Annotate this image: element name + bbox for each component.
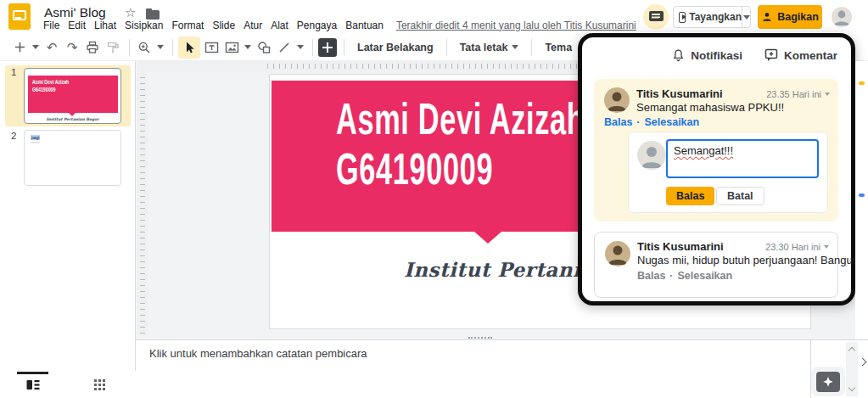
- present-button[interactable]: Tayangkan: [673, 6, 751, 28]
- menu-item-help[interactable]: Bantuan: [341, 20, 388, 31]
- menu-item-edit[interactable]: Edit: [64, 20, 90, 31]
- expand-panel-icon[interactable]: [859, 358, 867, 367]
- background-label: Latar Belakang: [357, 42, 434, 53]
- resolve-link[interactable]: Selesaikan: [645, 116, 700, 128]
- comment-timestamp[interactable]: 23.35 Hari ini: [766, 89, 830, 99]
- reply-link[interactable]: Balas: [604, 116, 632, 128]
- menu-item-addons[interactable]: Pengaya: [293, 20, 341, 31]
- cursor-icon: [182, 41, 196, 54]
- grid-view-button[interactable]: [92, 378, 107, 391]
- comment-author: Titis Kusumarini: [636, 87, 723, 100]
- comment-time-label: 23.30 Hari ini: [765, 242, 820, 252]
- divider: [129, 39, 130, 56]
- menu-item-tools[interactable]: Alat: [266, 20, 293, 31]
- explore-button[interactable]: [816, 372, 840, 392]
- comment-icon: [649, 11, 664, 21]
- google-slides-app: Asmi' Blog ☆ File Edit Lihat Sisipkan Fo…: [0, 0, 868, 398]
- reply-draft-text: Semangat!!!: [674, 144, 733, 157]
- undo-icon: ↶: [47, 41, 58, 54]
- comment-card[interactable]: Titis Kusumarini 23.30 Hari ini Nugas mi…: [594, 232, 838, 298]
- vertical-ruler: [137, 71, 148, 335]
- reply-input[interactable]: Semangat!!!: [666, 139, 819, 178]
- background-button[interactable]: Latar Belakang: [350, 42, 441, 53]
- theme-button[interactable]: Tema: [537, 42, 580, 53]
- canvas-scrollbar[interactable]: [855, 61, 868, 339]
- share-button[interactable]: Bagikan: [758, 5, 822, 29]
- insert-image-button[interactable]: [222, 37, 241, 58]
- tab-comments[interactable]: Komentar: [764, 48, 837, 62]
- scrollbar-marker-yellow: [859, 81, 865, 85]
- zoom-dropdown-button[interactable]: [155, 42, 165, 53]
- chevron-down-icon: [297, 45, 304, 53]
- bell-icon: [672, 48, 685, 62]
- comments-panel: Notifikasi Komentar Titis Kusumarini 23.: [578, 33, 855, 306]
- image-dropdown-button[interactable]: [243, 42, 253, 53]
- tab-notifications[interactable]: Notifikasi: [672, 48, 742, 62]
- comment-timestamp[interactable]: 23.30 Hari ini: [765, 242, 829, 252]
- new-slide-button[interactable]: [10, 37, 29, 58]
- theme-label: Tema: [545, 42, 572, 53]
- slide-title-text[interactable]: Asmi Devi Azizah G64190009: [336, 94, 585, 194]
- reply-cancel-button[interactable]: Batal: [716, 187, 764, 205]
- comment-actions: Balas · Selesaikan: [637, 270, 732, 282]
- reply-link[interactable]: Balas: [637, 270, 665, 282]
- filmstrip-panel: 1 Asmi Devi Azizah G64190009 Institut Pe…: [0, 61, 136, 371]
- filmstrip-view-button[interactable]: [25, 378, 41, 391]
- insert-shape-button[interactable]: [255, 37, 273, 58]
- filmstrip-view-icon: [26, 379, 40, 390]
- image-icon: [225, 41, 239, 54]
- plus-icon: [14, 41, 26, 53]
- share-label: Bagikan: [777, 11, 819, 23]
- chevron-down-icon: [824, 245, 829, 251]
- undo-button[interactable]: ↶: [42, 37, 61, 58]
- avatar-silhouette-icon: [637, 141, 666, 170]
- speaker-notes-panel[interactable]: Klik untuk menambahkan catatan pembicara: [136, 339, 811, 398]
- select-tool-button[interactable]: [178, 36, 200, 59]
- new-slide-dropdown-button[interactable]: [31, 42, 41, 53]
- notes-resize-handle[interactable]: [468, 337, 492, 339]
- scrollbar-marker-blue: [859, 193, 865, 197]
- insert-line-button[interactable]: [275, 37, 294, 58]
- avatar: [604, 87, 630, 113]
- thumbnail-placeholder: pagi: [31, 135, 40, 140]
- play-icon: [679, 12, 686, 23]
- separator-dot: ·: [669, 270, 673, 282]
- comment-card[interactable]: Titis Kusumarini 23.35 Hari ini Semangat…: [594, 79, 838, 221]
- insert-comment-button[interactable]: [318, 37, 337, 58]
- slide-title-line2: G64190009: [336, 144, 585, 194]
- add-comment-icon: [318, 38, 337, 57]
- comment-history-button[interactable]: [643, 4, 669, 30]
- speaker-notes-placeholder[interactable]: Klik untuk menambahkan catatan pembicara: [149, 347, 367, 360]
- separator-dot: ·: [636, 116, 640, 128]
- menu-item-format[interactable]: Format: [167, 20, 208, 31]
- chevron-down-icon: [743, 15, 750, 23]
- menu-item-file[interactable]: File: [39, 20, 64, 31]
- menu-item-view[interactable]: Lihat: [90, 20, 120, 31]
- menu-item-arrange[interactable]: Atur: [239, 20, 266, 31]
- slide-thumbnail-2[interactable]: pagi: [24, 130, 121, 186]
- layout-button[interactable]: Tata letak: [452, 42, 527, 53]
- print-button[interactable]: [83, 37, 102, 58]
- zoom-button[interactable]: [135, 37, 154, 58]
- comments-panel-tabs: Notifikasi Komentar: [672, 48, 837, 62]
- comment-text: Semangat mahasiswa PPKU!!: [636, 101, 784, 114]
- reply-editor: Semangat!!! Balas Batal: [628, 132, 828, 213]
- last-edited-link[interactable]: Terakhir diedit 4 menit yang lalu oleh T…: [396, 20, 636, 31]
- slides-logo-icon[interactable]: [8, 3, 31, 30]
- paint-format-button[interactable]: [104, 37, 122, 58]
- present-dropdown-button[interactable]: [742, 7, 750, 27]
- reply-submit-button[interactable]: Balas: [666, 187, 714, 205]
- redo-button[interactable]: ↷: [63, 37, 81, 58]
- line-dropdown-button[interactable]: [295, 42, 305, 53]
- user-avatar[interactable]: [832, 7, 852, 27]
- bottom-right-region: [811, 339, 868, 398]
- thumbnail-title-line1: Asmi Devi Azizah: [32, 78, 69, 86]
- menu-item-slide[interactable]: Slide: [208, 20, 239, 31]
- resolve-link[interactable]: Selesaikan: [678, 270, 733, 282]
- comment-time-label: 23.35 Hari ini: [766, 89, 821, 99]
- text-box-button[interactable]: [202, 37, 221, 58]
- slide-thumbnail-1[interactable]: Asmi Devi Azizah G64190009 Institut Pert…: [24, 68, 121, 124]
- menu-item-insert[interactable]: Sisipkan: [120, 20, 167, 31]
- chevron-down-icon: [825, 92, 830, 98]
- divider: [531, 39, 532, 56]
